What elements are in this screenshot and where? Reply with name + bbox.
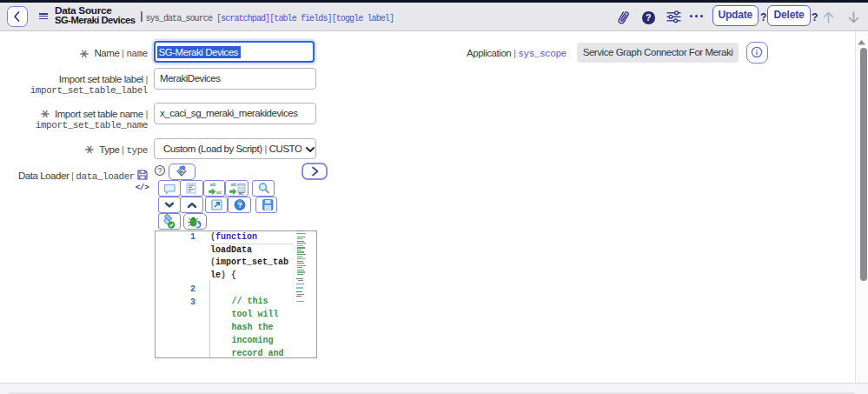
svg-text:ab: ab xyxy=(209,182,215,187)
svg-text:?: ? xyxy=(158,166,162,175)
svg-text:ac: ac xyxy=(239,190,244,196)
svg-text:ac: ac xyxy=(216,190,222,195)
svg-text:?: ? xyxy=(237,201,242,210)
svg-text:ab: ab xyxy=(231,182,237,187)
